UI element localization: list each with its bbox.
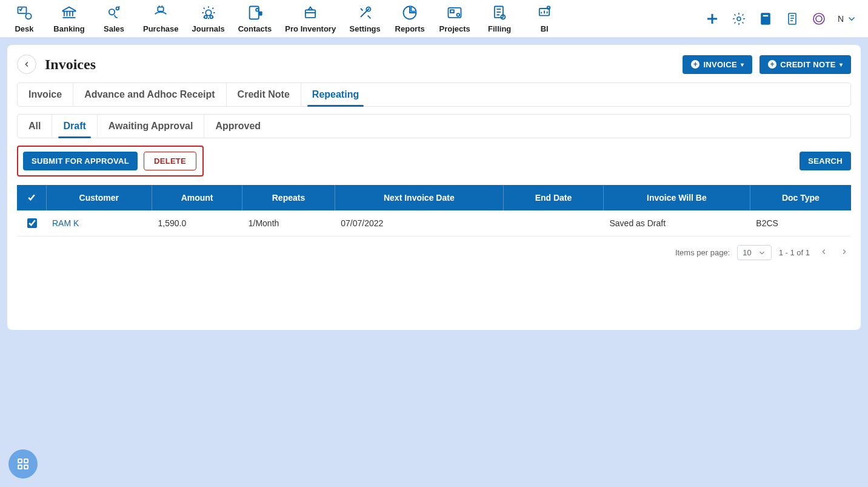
svg-point-15 (457, 13, 460, 16)
col-amount[interactable]: Amount (152, 185, 242, 210)
new-badge-icon[interactable] (811, 11, 827, 27)
reports-icon (401, 4, 419, 22)
top-nav: Desk Banking Sales Purchase Journals (0, 0, 868, 38)
tab-label: All (28, 121, 41, 131)
purchase-icon (152, 4, 170, 22)
tab-advance-receipt[interactable]: Advance and Adhoc Receipt (73, 83, 225, 106)
page-range: 1 - 1 of 1 (779, 248, 810, 257)
nav-projects[interactable]: Projects (439, 4, 470, 33)
user-initial: N (838, 14, 844, 24)
nav-banking[interactable]: Banking (53, 4, 85, 33)
button-label: SEARCH (808, 156, 843, 166)
nav-journals[interactable]: Journals (192, 4, 225, 33)
nav-settings[interactable]: Settings (349, 4, 381, 33)
sales-icon (105, 4, 123, 22)
user-menu[interactable]: N (838, 13, 857, 24)
svg-rect-22 (763, 15, 769, 17)
select-all-checkbox[interactable] (27, 193, 36, 203)
table-row[interactable]: RAM K 1,590.0 1/Month 07/07/2022 Saved a… (17, 210, 851, 237)
tab-label: Approved (215, 121, 261, 131)
tab-label: Repeating (312, 89, 359, 99)
journals-icon (199, 4, 218, 22)
cell-end-date (503, 210, 603, 237)
notes-icon[interactable] (784, 11, 800, 27)
plus-icon: + (768, 60, 776, 69)
nav-label: Contacts (238, 24, 272, 33)
nav-desk[interactable]: Desk (8, 4, 40, 33)
page-title: Invoices (45, 56, 96, 73)
row-select-checkbox[interactable] (27, 218, 37, 228)
nav-sales[interactable]: Sales (98, 4, 130, 33)
button-label: CREDIT NOTE (780, 60, 835, 69)
new-invoice-button[interactable]: + INVOICE ▾ (683, 55, 752, 74)
col-label: Customer (79, 193, 119, 203)
col-end-date[interactable]: End Date (503, 185, 603, 210)
svg-point-5 (205, 10, 211, 15)
nav-label: Desk (15, 24, 33, 33)
svg-point-3 (116, 7, 119, 10)
prev-page-button[interactable] (817, 245, 830, 260)
nav-bi[interactable]: BI (529, 4, 560, 33)
search-button[interactable]: SEARCH (800, 152, 851, 170)
back-button[interactable] (17, 55, 36, 74)
tab-draft[interactable]: Draft (52, 115, 96, 138)
tab-all[interactable]: All (18, 115, 52, 138)
highlighted-actions: SUBMIT FOR APPROVAL DELETE (17, 146, 204, 176)
delete-button[interactable]: DELETE (144, 152, 196, 170)
col-next-invoice[interactable]: Next Invoice Date (335, 185, 503, 210)
tab-awaiting-approval[interactable]: Awaiting Approval (97, 115, 204, 138)
bank-icon (60, 4, 78, 22)
tab-label: Awaiting Approval (109, 121, 193, 131)
nav-label: Reports (395, 24, 425, 33)
page-card: Invoices + INVOICE ▾ + CREDIT NOTE ▾ Inv… (7, 45, 861, 330)
svg-rect-29 (789, 13, 796, 24)
calculator-icon[interactable] (758, 11, 773, 27)
tab-repeating[interactable]: Repeating (301, 83, 370, 106)
svg-point-25 (767, 19, 768, 20)
col-customer[interactable]: Customer (46, 185, 152, 210)
nav-label: Settings (350, 24, 381, 33)
inventory-icon (301, 4, 319, 22)
caret-down-icon (758, 249, 766, 257)
tab-credit-note[interactable]: Credit Note (226, 83, 301, 106)
submit-for-approval-button[interactable]: SUBMIT FOR APPROVAL (23, 152, 138, 170)
nav-filling[interactable]: Filling (484, 4, 515, 33)
items-per-page-select[interactable]: 10 (737, 245, 771, 260)
action-bar: SUBMIT FOR APPROVAL DELETE SEARCH (17, 146, 851, 176)
tab-approved[interactable]: Approved (204, 115, 272, 138)
nav-pro-inventory[interactable]: Pro Inventory (285, 4, 336, 33)
col-label: Repeats (272, 193, 305, 203)
new-credit-note-button[interactable]: + CREDIT NOTE ▾ (760, 55, 851, 74)
projects-icon (446, 4, 464, 22)
caret-down-icon: ▾ (840, 61, 843, 68)
repeating-invoices-table: Customer Amount Repeats Next Invoice Dat… (17, 185, 851, 237)
cell-amount: 1,590.0 (152, 210, 242, 237)
add-icon[interactable] (704, 11, 720, 27)
filling-icon (490, 4, 509, 22)
caret-down-icon: ▾ (741, 61, 744, 68)
col-invoice-will-be[interactable]: Invoice Will Be (603, 185, 750, 210)
svg-point-24 (765, 19, 766, 20)
svg-point-26 (763, 21, 764, 22)
cell-customer[interactable]: RAM K (52, 218, 79, 228)
nav-reports[interactable]: Reports (394, 4, 426, 33)
cell-repeats: 1/Month (242, 210, 335, 237)
svg-point-20 (737, 17, 741, 21)
gear-icon[interactable] (731, 11, 747, 27)
tab-label: Credit Note (238, 89, 290, 99)
button-label: DELETE (154, 156, 186, 166)
svg-point-7 (210, 16, 213, 19)
col-doc-type[interactable]: Doc Type (750, 185, 851, 210)
status-tabs: All Draft Awaiting Approval Approved (17, 114, 851, 138)
tab-invoice[interactable]: Invoice (18, 83, 73, 106)
svg-point-28 (767, 21, 768, 22)
nav-contacts[interactable]: Contacts (238, 4, 272, 33)
button-label: SUBMIT FOR APPROVAL (32, 156, 129, 166)
nav-purchase[interactable]: Purchase (143, 4, 179, 33)
col-repeats[interactable]: Repeats (242, 185, 335, 210)
next-page-button[interactable] (838, 245, 851, 260)
nav-items: Desk Banking Sales Purchase Journals (8, 4, 560, 33)
svg-rect-11 (305, 10, 315, 18)
page-header: Invoices + INVOICE ▾ + CREDIT NOTE ▾ (17, 55, 851, 74)
bi-icon (535, 4, 553, 22)
